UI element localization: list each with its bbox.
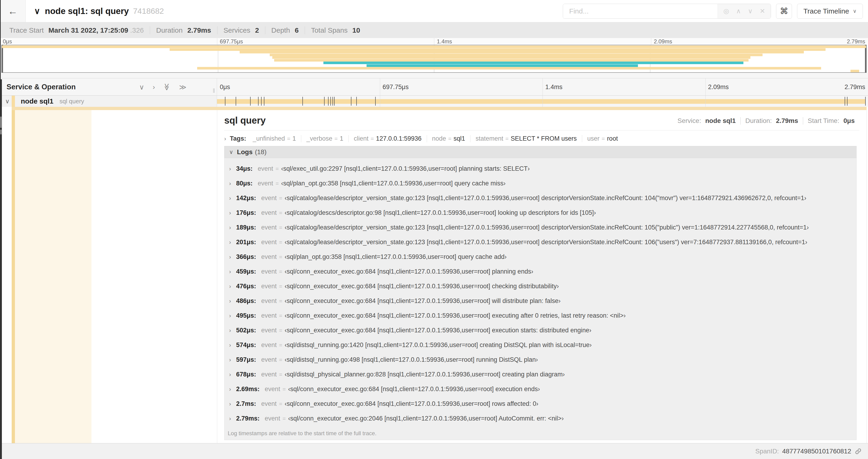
log-row[interactable]: › 486μs: event = ‹sql/conn_executor_exec… bbox=[224, 294, 856, 308]
tags-expand-icon[interactable]: › bbox=[224, 135, 226, 142]
span-meta-label: Duration: bbox=[745, 117, 772, 124]
log-expand-icon[interactable]: › bbox=[229, 224, 236, 231]
timeline-gridline bbox=[542, 78, 543, 95]
logs-header[interactable]: ∨ Logs (18) bbox=[224, 146, 857, 158]
keyboard-shortcuts-button[interactable]: ⌘ bbox=[776, 4, 792, 19]
log-row[interactable]: › 366μs: event = ‹sql/plan_opt.go:358 [n… bbox=[224, 250, 856, 264]
log-row[interactable]: › 189μs: event = ‹sql/catalog/lease/desc… bbox=[224, 220, 856, 235]
span-collapse-icon[interactable]: ∨ bbox=[5, 98, 9, 105]
log-marker bbox=[334, 97, 335, 106]
log-expand-icon[interactable]: › bbox=[229, 371, 236, 378]
tag-equals: = bbox=[601, 135, 605, 142]
log-equals: = bbox=[279, 357, 282, 363]
log-row[interactable]: › 176μs: event = ‹sql/catalog/descs/desc… bbox=[224, 205, 856, 220]
collapse-one-icon[interactable]: ∨ bbox=[139, 83, 144, 91]
span-row-name-cell[interactable]: ∨ node sql1 sql query bbox=[0, 96, 217, 107]
logs-title: Logs bbox=[237, 148, 253, 156]
log-expand-icon[interactable]: › bbox=[229, 386, 236, 393]
log-expand-icon[interactable]: › bbox=[229, 180, 236, 187]
find-clear-icon[interactable]: ✕ bbox=[760, 7, 765, 15]
minimap-span-bar bbox=[2, 45, 866, 48]
log-expand-icon[interactable]: › bbox=[229, 268, 236, 275]
log-event-value: ‹sql/conn_executor_exec.go:684 [nsql1,cl… bbox=[285, 312, 626, 319]
log-row[interactable]: › 201μs: event = ‹sql/catalog/lease/desc… bbox=[224, 235, 856, 250]
left-scrollbar-thumb[interactable] bbox=[0, 130, 2, 134]
expand-one-icon[interactable]: › bbox=[153, 83, 155, 91]
trace-view-selector[interactable]: Trace Timeline ∨ bbox=[797, 4, 863, 19]
minimap-left-scrubber[interactable] bbox=[1, 45, 3, 73]
column-resizer-handle[interactable]: ‖ bbox=[213, 87, 216, 94]
trace-meta-value: 2.79ms bbox=[187, 26, 211, 34]
tags-row[interactable]: › Tags: _unfinished=1 _verbose=1 client=… bbox=[224, 135, 859, 142]
log-expand-icon[interactable]: › bbox=[229, 401, 236, 407]
log-row[interactable]: › 34μs: event = ‹sql/exec_util.go:2297 [… bbox=[224, 161, 856, 176]
logs-body: › 34μs: event = ‹sql/exec_util.go:2297 [… bbox=[224, 158, 857, 440]
trace-id: 7418682 bbox=[133, 6, 164, 15]
log-row[interactable]: › 142μs: event = ‹sql/catalog/lease/desc… bbox=[224, 191, 856, 205]
log-row[interactable]: › 495μs: event = ‹sql/conn_executor_exec… bbox=[224, 308, 856, 323]
log-event-key: event bbox=[265, 415, 280, 422]
log-row[interactable]: › 678μs: event = ‹sql/distsql_physical_p… bbox=[224, 367, 856, 382]
log-expand-icon[interactable]: › bbox=[229, 327, 236, 334]
top-bar: ← ∨ node sql1: sql query 7418682 ◎ ∧ ∨ ✕… bbox=[0, 0, 868, 22]
log-event-value: ‹sql/catalog/lease/descriptor_version_st… bbox=[285, 239, 807, 246]
find-next-icon[interactable]: ∨ bbox=[748, 7, 753, 15]
log-expand-icon[interactable]: › bbox=[229, 298, 236, 304]
trace-meta-label: Services bbox=[223, 26, 250, 34]
log-event-value: ‹sql/conn_executor_exec.go:2046 [nsql1,c… bbox=[288, 415, 564, 422]
find-input[interactable] bbox=[563, 4, 717, 19]
timeline-gridline bbox=[380, 78, 380, 95]
log-row[interactable]: › 2.69ms: event = ‹sql/conn_executor_exe… bbox=[224, 382, 856, 396]
collapse-trace-icon[interactable]: ∨ bbox=[34, 6, 40, 16]
log-row[interactable]: › 502μs: event = ‹sql/conn_executor_exec… bbox=[224, 323, 856, 338]
minimap-right-scrubber[interactable] bbox=[865, 45, 867, 73]
log-timestamp: 502μs: bbox=[236, 327, 256, 334]
log-row[interactable]: › 597μs: event = ‹sql/distsql_running.go… bbox=[224, 352, 856, 367]
log-row[interactable]: › 459μs: event = ‹sql/conn_executor_exec… bbox=[224, 264, 856, 279]
timeline-minimap[interactable] bbox=[1, 45, 867, 73]
left-scrollbar-thumb[interactable] bbox=[0, 117, 2, 128]
logs-collapse-icon[interactable]: ∨ bbox=[229, 149, 233, 155]
log-expand-icon[interactable]: › bbox=[229, 283, 236, 290]
expand-all-icon[interactable]: ≫ bbox=[179, 83, 186, 91]
log-expand-icon[interactable]: › bbox=[229, 195, 236, 201]
locate-icon[interactable]: ◎ bbox=[723, 7, 729, 15]
log-expand-icon[interactable]: › bbox=[229, 342, 236, 349]
log-expand-icon[interactable]: › bbox=[229, 210, 236, 216]
log-expand-icon[interactable]: › bbox=[229, 313, 236, 319]
log-row[interactable]: › 80μs: event = ‹sql/plan_opt.go:358 [ns… bbox=[224, 176, 856, 191]
tags-list: _unfinished=1 _verbose=1 client=127.0.0.… bbox=[248, 135, 623, 142]
span-id-value: 4877749850101760812 bbox=[782, 448, 851, 455]
log-expand-icon[interactable]: › bbox=[229, 357, 236, 363]
deep-link-icon[interactable] bbox=[855, 448, 862, 455]
tag-item: _verbose=1 bbox=[301, 135, 348, 142]
tags-label: Tags: bbox=[230, 135, 246, 142]
service-color-chip bbox=[12, 96, 15, 107]
log-row[interactable]: › 476μs: event = ‹sql/conn_executor_exec… bbox=[224, 279, 856, 294]
log-row[interactable]: › 2.7ms: event = ‹sql/conn_executor_exec… bbox=[224, 396, 856, 411]
log-marker bbox=[250, 97, 251, 106]
tick-label: 697.75μs bbox=[220, 38, 243, 45]
tick-label: 2.79ms bbox=[844, 83, 865, 91]
span-duration-bar[interactable] bbox=[217, 99, 866, 104]
log-equals: = bbox=[279, 327, 282, 334]
find-prev-icon[interactable]: ∧ bbox=[736, 7, 741, 15]
log-expand-icon[interactable]: › bbox=[229, 166, 236, 172]
log-expand-icon[interactable]: › bbox=[229, 239, 236, 245]
log-expand-icon[interactable]: › bbox=[229, 415, 236, 422]
collapse-all-icon[interactable]: ≫ bbox=[163, 83, 171, 91]
log-event-value: ‹sql/plan_opt.go:358 [nsql1,client=127.0… bbox=[281, 180, 506, 187]
tick-label: 697.75μs bbox=[383, 83, 409, 91]
trace-meta-value: March 31 2022, 17:25:09 bbox=[49, 26, 128, 34]
tag-value: SELECT * FROM users bbox=[511, 135, 577, 142]
span-row[interactable]: ∨ node sql1 sql query bbox=[0, 96, 868, 107]
log-expand-icon[interactable]: › bbox=[229, 254, 236, 260]
back-button[interactable]: ← bbox=[0, 0, 26, 22]
tick-label: 1.4ms bbox=[545, 83, 563, 91]
log-equals: = bbox=[276, 166, 279, 172]
tag-equals: = bbox=[505, 135, 509, 142]
log-row[interactable]: › 2.79ms: event = ‹sql/conn_executor_exe… bbox=[224, 411, 856, 426]
left-scrollbar[interactable] bbox=[0, 79, 2, 459]
span-row-timeline-cell[interactable] bbox=[217, 96, 868, 107]
log-row[interactable]: › 574μs: event = ‹sql/distsql_running.go… bbox=[224, 338, 856, 352]
